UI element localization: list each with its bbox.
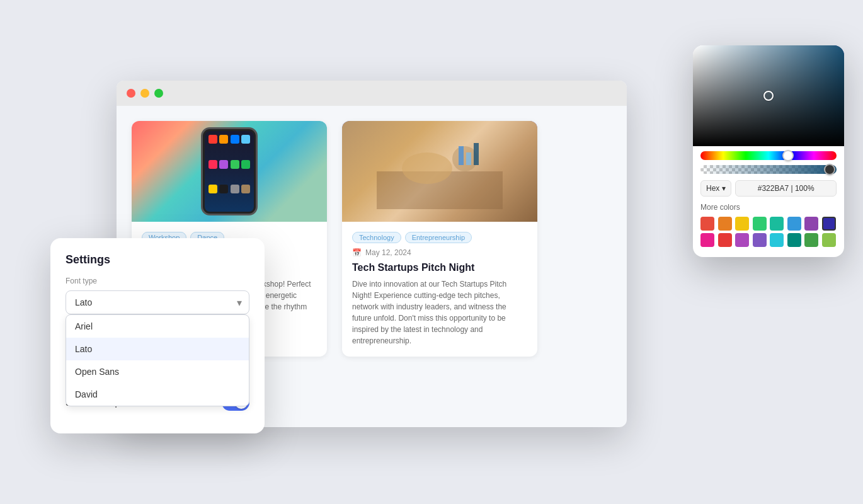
chevron-down-icon-format: ▾ bbox=[722, 184, 726, 193]
font-option-lato[interactable]: Lato bbox=[66, 338, 249, 360]
alpha-slider[interactable] bbox=[700, 165, 837, 174]
color-swatches-row1 bbox=[693, 217, 844, 231]
font-select-wrapper[interactable]: Lato ▾ Ariel Lato Open Sans David bbox=[66, 290, 249, 314]
swatch-1-8[interactable] bbox=[822, 217, 836, 231]
color-swatches-row2 bbox=[693, 233, 844, 247]
app-icon-7 bbox=[231, 160, 239, 169]
card-image-phone bbox=[132, 121, 327, 222]
phone-screen bbox=[205, 131, 254, 212]
svg-rect-4 bbox=[466, 152, 471, 165]
card-image-business bbox=[342, 121, 537, 222]
font-option-david[interactable]: David bbox=[66, 383, 249, 406]
card-title-tech: Tech Startups Pitch Night bbox=[352, 262, 527, 273]
swatch-2-1[interactable] bbox=[700, 233, 714, 247]
phone-mockup bbox=[201, 127, 258, 215]
swatch-1-3[interactable] bbox=[735, 217, 749, 231]
app-icon-2 bbox=[219, 135, 228, 144]
app-icon-9 bbox=[209, 185, 217, 193]
swatch-1-4[interactable] bbox=[753, 217, 767, 231]
swatch-1-6[interactable] bbox=[787, 217, 801, 231]
settings-title: Settings bbox=[66, 253, 249, 266]
swatch-2-2[interactable] bbox=[718, 233, 732, 247]
svg-rect-3 bbox=[459, 146, 464, 165]
color-gradient-area[interactable] bbox=[693, 45, 844, 146]
traffic-light-minimize[interactable] bbox=[140, 89, 149, 98]
tag-technology: Technology bbox=[352, 232, 401, 243]
app-icon-10 bbox=[219, 185, 228, 193]
browser-titlebar bbox=[117, 81, 627, 106]
color-format-select[interactable]: Hex ▾ bbox=[700, 180, 731, 197]
traffic-light-close[interactable] bbox=[127, 89, 135, 98]
app-icon-6 bbox=[219, 160, 228, 169]
event-card-tech: Technology Entrepreneurship 📅 May 12, 20… bbox=[342, 121, 537, 357]
font-dropdown[interactable]: Ariel Lato Open Sans David bbox=[66, 314, 249, 406]
swatch-1-2[interactable] bbox=[718, 217, 732, 231]
app-icon-12 bbox=[241, 185, 250, 193]
swatch-1-7[interactable] bbox=[804, 217, 818, 231]
app-icon-11 bbox=[231, 185, 239, 193]
swatch-2-4[interactable] bbox=[753, 233, 767, 247]
tag-entrepreneurship: Entrepreneurship bbox=[405, 232, 472, 243]
color-format-label: Hex bbox=[706, 184, 719, 193]
color-gradient-cursor bbox=[763, 91, 774, 101]
swatch-1-5[interactable] bbox=[770, 217, 784, 231]
swatch-1-1[interactable] bbox=[700, 217, 714, 231]
color-hex-input[interactable]: #322BA7 | 100% bbox=[735, 180, 837, 197]
card-body-tech: Technology Entrepreneurship 📅 May 12, 20… bbox=[342, 222, 537, 357]
app-icon-4 bbox=[241, 135, 250, 144]
card-date-tech: 📅 May 12, 2024 bbox=[352, 248, 527, 257]
card-tags-tech: Technology Entrepreneurship bbox=[352, 232, 527, 243]
calendar-icon-tech: 📅 bbox=[352, 248, 362, 257]
font-option-opensans[interactable]: Open Sans bbox=[66, 360, 249, 383]
font-type-label: Font type bbox=[66, 277, 249, 285]
font-select-display[interactable]: Lato bbox=[66, 290, 249, 314]
card-desc-tech: Dive into innovation at our Tech Startup… bbox=[352, 278, 527, 346]
swatch-2-6[interactable] bbox=[787, 233, 801, 247]
settings-panel: Settings Font type Lato ▾ Ariel Lato Ope… bbox=[50, 238, 265, 433]
traffic-light-fullscreen[interactable] bbox=[154, 89, 163, 98]
app-icon-1 bbox=[209, 135, 217, 144]
more-colors-label: More colors bbox=[693, 203, 844, 212]
app-icon-3 bbox=[231, 135, 239, 144]
color-input-row: Hex ▾ #322BA7 | 100% bbox=[700, 180, 837, 197]
app-icon-5 bbox=[209, 160, 217, 169]
color-controls: Hex ▾ #322BA7 | 100% bbox=[693, 146, 844, 197]
swatch-2-7[interactable] bbox=[804, 233, 818, 247]
swatch-2-3[interactable] bbox=[735, 233, 749, 247]
swatch-2-8[interactable] bbox=[822, 233, 836, 247]
app-icon-8 bbox=[241, 160, 250, 169]
font-option-ariel[interactable]: Ariel bbox=[66, 315, 249, 338]
color-picker-panel: Hex ▾ #322BA7 | 100% More colors bbox=[693, 45, 844, 257]
svg-point-1 bbox=[402, 152, 452, 184]
business-scene bbox=[342, 121, 537, 222]
svg-rect-5 bbox=[474, 143, 479, 165]
swatch-2-5[interactable] bbox=[770, 233, 784, 247]
alpha-thumb bbox=[824, 164, 835, 175]
business-scene-svg bbox=[377, 134, 503, 209]
hue-slider[interactable] bbox=[700, 151, 837, 160]
hue-thumb bbox=[782, 150, 794, 161]
